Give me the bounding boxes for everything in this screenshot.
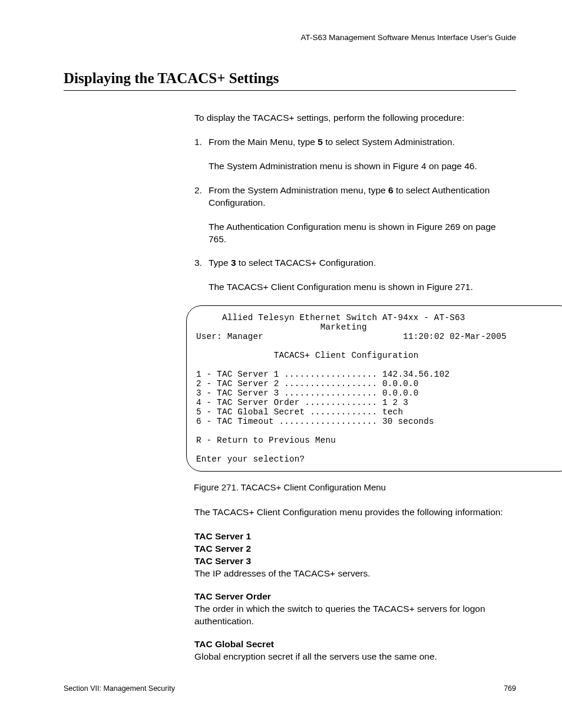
step-2-pre: From the System Administration menu, typ…	[209, 185, 388, 195]
menu-return: R - Return to Previous Menu	[196, 436, 336, 445]
step-1-number: 1.	[194, 136, 202, 149]
menu-timestamp: 11:20:02 02-Mar-2005	[403, 332, 507, 341]
step-3-number: 3.	[194, 257, 202, 269]
step-1-post: to select System Administration.	[323, 137, 455, 147]
menu-title: TACACS+ Client Configuration	[196, 351, 419, 360]
step-3-post: to select TACACS+ Configuration.	[236, 258, 376, 268]
after-figure-text: The TACACS+ Client Configuration menu pr…	[194, 506, 516, 519]
menu-item-2: 2 - TAC Server 2 .................. 0.0.…	[196, 379, 419, 388]
step-3-note: The TACACS+ Client Configuration menu is…	[209, 281, 516, 294]
def-tac-server-1: TAC Server 1	[194, 531, 516, 543]
section-title: Displaying the TACACS+ Settings	[64, 70, 516, 87]
definition-server-order: TAC Server Order The order in which the …	[194, 591, 516, 628]
footer-section: Section VII: Management Security	[64, 684, 175, 693]
step-1-key: 5	[318, 137, 323, 147]
menu-item-4: 4 - TAC Server Order .............. 1 2 …	[196, 398, 408, 407]
step-1: 1. From the Main Menu, type 5 to select …	[194, 136, 516, 149]
page-footer: Section VII: Management Security 769	[64, 684, 516, 693]
step-3: 3. Type 3 to select TACACS+ Configuratio…	[194, 257, 516, 269]
def-server-order-body: The order in which the switch to queries…	[194, 603, 516, 628]
menu-user: User: Manager	[196, 332, 263, 341]
running-header: AT-S63 Management Software Menus Interfa…	[64, 33, 516, 42]
definition-global-secret: TAC Global Secret Global encryption secr…	[194, 638, 516, 663]
def-servers-body: The IP addresses of the TACACS+ servers.	[194, 568, 516, 580]
def-global-secret-heading: TAC Global Secret	[194, 638, 516, 651]
step-3-key: 3	[231, 258, 236, 268]
menu-item-1: 1 - TAC Server 1 .................. 142.…	[196, 370, 449, 379]
step-3-pre: Type	[209, 258, 231, 268]
menu-item-3: 3 - TAC Server 3 .................. 0.0.…	[196, 388, 419, 398]
definition-servers: TAC Server 1 TAC Server 2 TAC Server 3 T…	[194, 531, 516, 580]
step-2: 2. From the System Administration menu, …	[194, 185, 516, 209]
def-global-secret-body: Global encryption secret if all the serv…	[194, 651, 516, 663]
content-column-2: The TACACS+ Client Configuration menu pr…	[194, 506, 516, 663]
figure-caption: Figure 271. TACACS+ Client Configuration…	[64, 482, 516, 492]
def-tac-server-3: TAC Server 3	[194, 555, 516, 568]
content-column: To display the TACACS+ settings, perform…	[194, 112, 516, 294]
menu-item-6: 6 - TAC Timeout ................... 30 s…	[196, 417, 434, 426]
step-1-pre: From the Main Menu, type	[209, 137, 318, 147]
step-2-note: The Authentication Configuration menu is…	[209, 221, 516, 246]
step-2-number: 2.	[194, 185, 202, 197]
step-2-key: 6	[388, 185, 394, 195]
menu-header-1: Allied Telesyn Ethernet Switch AT-94xx -…	[196, 313, 465, 322]
intro-text: To display the TACACS+ settings, perform…	[194, 112, 516, 124]
step-1-note: The System Administration menu is shown …	[209, 160, 516, 173]
page: AT-S63 Management Software Menus Interfa…	[0, 0, 562, 728]
def-tac-server-2: TAC Server 2	[194, 543, 516, 555]
menu-header-2: Marketing	[196, 322, 367, 332]
terminal-menu-box: Allied Telesyn Ethernet Switch AT-94xx -…	[186, 305, 562, 472]
title-rule	[64, 90, 516, 91]
footer-page-number: 769	[504, 684, 516, 693]
def-server-order-heading: TAC Server Order	[194, 591, 516, 603]
menu-prompt: Enter your selection?	[196, 454, 305, 464]
menu-item-5: 5 - TAC Global Secret ............. tech	[196, 407, 403, 417]
